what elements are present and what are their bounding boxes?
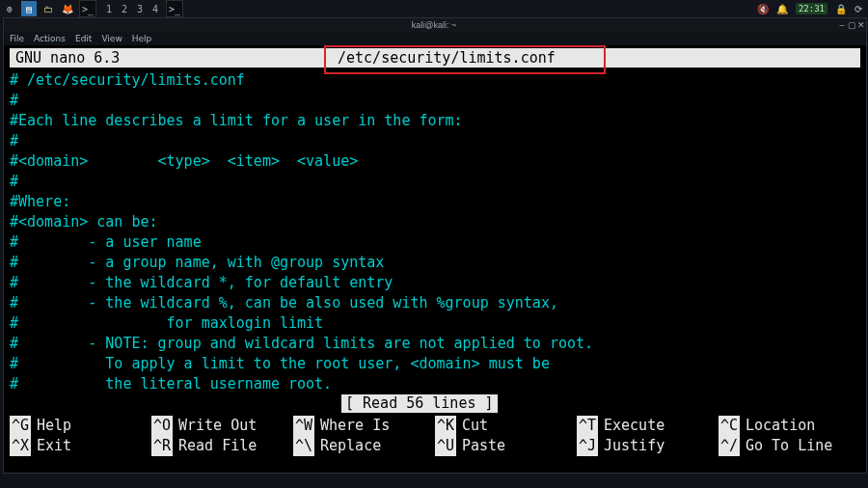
shortcut-replace[interactable]: ^\Replace [293, 436, 435, 456]
window-title: kali@kali: ~ [31, 20, 837, 30]
file-line: # To apply a limit to the root user, <do… [10, 355, 550, 372]
nano-app-title: GNU nano 6.3 [10, 49, 120, 67]
lock-icon[interactable]: 🔒 [835, 4, 847, 14]
shortcut-readfile[interactable]: ^RRead File [151, 436, 293, 456]
notifications-bell-icon[interactable]: 🔔 [776, 4, 788, 14]
nano-header: GNU nano 6.3 /etc/security/limits.conf [10, 48, 860, 68]
shortcut-row-1: ^GHelp ^OWrite Out ^WWhere Is ^KCut ^TEx… [10, 416, 860, 436]
shortcut-help[interactable]: ^GHelp [10, 416, 151, 436]
menu-help[interactable]: Help [132, 34, 152, 43]
menu-file[interactable]: File [10, 34, 24, 43]
shortcut-row-2: ^XExit ^RRead File ^\Replace ^UPaste ^JJ… [10, 436, 860, 456]
file-line: # [10, 132, 18, 149]
desktop-taskbar: ⊚ ▤ 🗀 🦊 >_ 1 2 3 4 >_ 🔇 🔔 22:31 22:31 🔒 … [0, 0, 868, 17]
terminal-icon[interactable]: >_ [79, 0, 96, 17]
terminal-running-icon[interactable]: >_ [166, 0, 183, 17]
file-line: #Where: [10, 193, 70, 210]
power-icon[interactable]: ⟳ [854, 4, 862, 14]
shortcut-execute[interactable]: ^TExecute [577, 416, 719, 436]
shortcut-gotoline[interactable]: ^/Go To Line [719, 436, 860, 456]
file-line: # the literal username root. [10, 375, 332, 393]
nano-shortcuts: ^GHelp ^OWrite Out ^WWhere Is ^KCut ^TEx… [10, 416, 860, 456]
shortcut-whereis[interactable]: ^WWhere Is [293, 416, 435, 436]
file-line: # - a user name [10, 233, 202, 251]
file-line: # - a group name, with @group syntax [10, 254, 384, 271]
menu-edit[interactable]: Edit [75, 34, 92, 43]
workspace-3[interactable]: 3 [135, 4, 145, 14]
workspace-1[interactable]: 1 [104, 4, 114, 14]
file-line: #<domain> <type> <item> <value> [10, 152, 358, 170]
workspace-2[interactable]: 2 [120, 4, 129, 14]
window-minimize-button[interactable]: – [837, 20, 847, 30]
window-maximize-button[interactable]: ▢ [847, 20, 856, 30]
file-line: #Each line describes a limit for a user … [10, 112, 463, 129]
workspace-switcher[interactable]: 1 2 3 4 [104, 4, 160, 14]
panel-app-icon[interactable]: ▤ [21, 1, 37, 16]
nano-editor[interactable]: GNU nano 6.3 /etc/security/limits.conf #… [4, 45, 866, 473]
file-line: # [10, 92, 18, 109]
menu-view[interactable]: View [101, 34, 122, 43]
file-line: # - NOTE: group and wildcard limits are … [10, 335, 593, 352]
file-content[interactable]: # /etc/security/limits.conf # #Each line… [10, 70, 860, 394]
file-line: # for maxlogin limit [10, 314, 323, 332]
workspace-4[interactable]: 4 [150, 4, 160, 14]
terminal-window: kali@kali: ~ – ▢ ✕ File Actions Edit Vie… [3, 17, 867, 474]
file-line: # - the wildcard %, can be also used wit… [10, 294, 558, 312]
nano-file-title: /etc/security/limits.conf [338, 49, 556, 67]
shortcut-exit[interactable]: ^XExit [10, 436, 151, 456]
window-titlebar[interactable]: kali@kali: ~ – ▢ ✕ [4, 18, 866, 32]
menu-actions[interactable]: Actions [34, 34, 66, 43]
nano-status: [ Read 56 lines ] [341, 394, 498, 413]
file-line: # [10, 173, 18, 190]
window-close-button[interactable]: ✕ [856, 20, 866, 30]
shortcut-location[interactable]: ^CLocation [719, 416, 860, 436]
battery-indicator[interactable]: 22:31 [796, 3, 827, 14]
sound-muted-icon[interactable]: 🔇 [757, 4, 769, 14]
shortcut-writeout[interactable]: ^OWrite Out [151, 416, 293, 436]
file-manager-icon[interactable]: 🗀 [41, 1, 56, 16]
shortcut-paste[interactable]: ^UPaste [435, 436, 577, 456]
shortcut-cut[interactable]: ^KCut [435, 416, 577, 436]
file-line: #<domain> can be: [10, 213, 158, 230]
terminal-menubar: File Actions Edit View Help [4, 32, 866, 45]
file-line: # /etc/security/limits.conf [10, 71, 245, 89]
firefox-icon[interactable]: 🦊 [60, 1, 75, 16]
file-line: # - the wildcard *, for default entry [10, 274, 393, 291]
shortcut-justify[interactable]: ^JJustify [577, 436, 719, 456]
kali-logo-icon[interactable]: ⊚ [2, 1, 17, 16]
